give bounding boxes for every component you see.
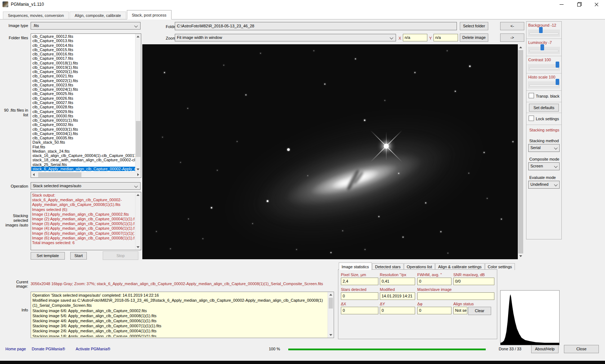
info-scrollbar[interactable] <box>328 292 334 338</box>
scroll-up-icon[interactable] <box>519 46 522 48</box>
operation-select[interactable]: Stack selected images/auto <box>31 182 141 190</box>
delta-x-field[interactable]: 0 <box>341 307 378 314</box>
file-list-item[interactable]: clb_Capture_00016.fits <box>31 52 135 56</box>
stop-button[interactable]: Stop <box>103 251 138 260</box>
scroll-down-icon[interactable] <box>137 246 139 248</box>
file-list-item[interactable]: clb_Capture_00032.fits <box>31 122 135 127</box>
scroll-down-icon[interactable] <box>519 255 522 257</box>
slider-thumb[interactable] <box>556 62 559 68</box>
file-list-item[interactable]: clb_Capture_00018(1).fits <box>31 61 135 65</box>
transp-black-checkbox[interactable]: Transp. black <box>526 91 561 102</box>
scroll-thumb[interactable] <box>38 172 81 177</box>
scroll-right-icon[interactable] <box>137 173 139 176</box>
viewer-vscrollbar[interactable] <box>518 44 524 259</box>
evaluate-mode-select[interactable]: Undefined <box>528 181 560 189</box>
scroll-thumb[interactable] <box>518 50 523 253</box>
file-list-item[interactable]: Flat.fits <box>31 145 135 149</box>
main-tab[interactable]: Align, composite, calibrate <box>70 12 126 19</box>
file-list-item[interactable]: clb_Capture_00020(1).fits <box>31 69 135 74</box>
file-list-item[interactable]: stack_25_Serial.fits <box>31 162 135 167</box>
x-coord-field[interactable]: n/a <box>403 34 427 41</box>
select-folder-button[interactable]: Select folder <box>460 22 488 30</box>
scroll-up-icon[interactable] <box>329 294 332 296</box>
file-list-item[interactable]: stack_6_Apply_median_align_clb_Capture_0… <box>31 167 135 171</box>
clear-button[interactable]: Clear <box>468 307 491 315</box>
activate-link[interactable]: Activate PGMania® <box>76 347 110 351</box>
main-tab[interactable]: Sequences, movies, conversion <box>3 12 69 19</box>
scroll-down-icon[interactable] <box>137 168 139 170</box>
delta-y-field[interactable]: 0 <box>380 307 415 314</box>
file-list-item[interactable]: clb_Capture_00022(1).fits <box>31 78 135 83</box>
file-list-item[interactable]: clb_Capture_00031(1).fits <box>31 118 135 122</box>
file-list-item[interactable]: clb_Capture_00017.fits <box>31 56 135 60</box>
stars-detected-field[interactable]: 0 <box>341 292 378 300</box>
file-list-vscrollbar[interactable] <box>135 34 141 172</box>
stack-output-box[interactable]: Stack output:stack_6_Apply_median_align_… <box>31 192 141 250</box>
set-template-button[interactable]: Set template <box>31 252 65 260</box>
checkbox-icon[interactable] <box>529 93 534 98</box>
file-list-item[interactable]: clb_Capture_00013.fits <box>31 39 135 43</box>
pixel-size-field[interactable]: 2,4 <box>341 278 378 285</box>
delta-phi-field[interactable]: 0 <box>417 307 451 314</box>
file-list-item[interactable]: clb_Capture_00021.fits <box>31 74 135 78</box>
slider[interactable] <box>528 64 560 71</box>
restore-button[interactable] <box>571 0 587 9</box>
info-box[interactable]: Operation 'Stack selected images/auto' c… <box>31 292 334 338</box>
file-list-item[interactable]: clb_Capture_00027.fits <box>31 100 135 105</box>
file-list-item[interactable]: clb_Capture_00019(1).fits <box>31 65 135 69</box>
next-image-button[interactable]: -> <box>500 33 524 42</box>
align-status-field[interactable]: Not se <box>453 307 467 314</box>
slider[interactable] <box>528 81 560 89</box>
file-list-item[interactable]: clb_Capture_00012.fits <box>31 34 135 39</box>
file-list-item[interactable]: clb_Capture_00029.fits <box>31 109 135 114</box>
slider-thumb[interactable] <box>539 27 543 33</box>
zoom-select[interactable]: Fit image width in window <box>175 34 396 41</box>
slider-thumb[interactable] <box>541 44 544 50</box>
donate-link[interactable]: Donate PGMania® <box>32 347 65 351</box>
modified-field[interactable]: 14.01.2019 14:21 <box>380 292 415 300</box>
home-page-link[interactable]: Home page <box>5 347 26 351</box>
main-tab[interactable]: Stack, post process <box>127 10 172 19</box>
close-window-button[interactable] <box>588 0 605 9</box>
slider[interactable] <box>528 47 560 54</box>
minimize-button[interactable] <box>553 0 570 9</box>
slider-thumb[interactable] <box>556 79 559 85</box>
file-list-item[interactable]: stack_18_clear_with_median_align_clb_Cap… <box>31 158 135 162</box>
scroll-up-icon[interactable] <box>137 36 139 37</box>
file-list-item[interactable]: clb_Capture_00034(1).fits <box>31 131 135 136</box>
image-type-select[interactable]: .fits <box>31 22 141 30</box>
scroll-thumb[interactable] <box>136 121 141 157</box>
file-list-item[interactable]: clb_Capture_00023.fits <box>31 83 135 87</box>
fwhm-field[interactable]: 0 <box>417 278 451 285</box>
file-list-item[interactable]: clb_Capture_00025.fits <box>31 91 135 96</box>
delete-image-button[interactable]: Delete image <box>460 33 488 42</box>
folder-path-field[interactable]: C:\AstroFoto\M82\R_2018-05-13_23_46_28 <box>175 22 457 30</box>
checkbox-icon[interactable] <box>529 116 534 121</box>
file-list-item[interactable]: clb_Capture_00028.fits <box>31 105 135 109</box>
stacking-method-select[interactable]: Serial <box>528 144 560 152</box>
scroll-thumb[interactable] <box>329 298 333 309</box>
file-list-item[interactable]: clb_Capture_00026.fits <box>31 96 135 100</box>
image-viewer[interactable] <box>142 44 518 259</box>
about-help-button[interactable]: About/Help <box>531 345 559 353</box>
composite-mode-select[interactable]: Screen <box>528 162 560 170</box>
folder-files-list[interactable]: clb_Capture_00012.fitsclb_Capture_00013.… <box>31 33 141 178</box>
file-list-item[interactable]: clb_Capture_00015.fits <box>31 48 135 52</box>
scroll-left-icon[interactable] <box>33 173 35 176</box>
file-list-item[interactable]: Median_stack_24.fits <box>31 149 135 153</box>
close-button[interactable]: Close <box>564 345 599 353</box>
snr-field[interactable]: 0/0 <box>453 278 494 285</box>
file-list-item[interactable]: clb_Capture_00030.fits <box>31 114 135 118</box>
slider[interactable] <box>528 30 560 37</box>
scroll-up-icon[interactable] <box>137 194 139 196</box>
resolution-field[interactable]: 0,41 <box>380 278 415 285</box>
y-coord-field[interactable]: n/a <box>433 34 458 41</box>
file-list-item[interactable]: clb_Capture_00024(1).fits <box>31 87 135 91</box>
file-list-item[interactable]: clb_Capture_00035.fits <box>31 136 135 140</box>
start-button[interactable]: Start <box>70 252 87 260</box>
scroll-down-icon[interactable] <box>329 334 332 336</box>
master-slave-field[interactable] <box>417 292 494 300</box>
file-list-item[interactable]: Dark_stack_50.fits <box>31 140 135 144</box>
file-list-item[interactable]: clb_Capture_00014.fits <box>31 43 135 48</box>
prev-image-button[interactable]: <- <box>500 22 524 30</box>
